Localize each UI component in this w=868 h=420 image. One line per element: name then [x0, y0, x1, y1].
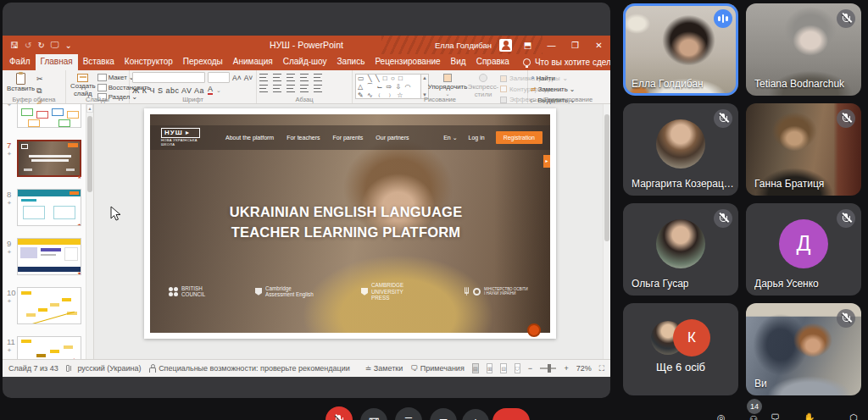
camera-toggle-button[interactable]: ⌧	[360, 408, 387, 420]
indent-decrease-icon[interactable]	[287, 74, 295, 81]
scroll-up-icon[interactable]: ▲	[86, 104, 93, 113]
align-left-icon[interactable]	[259, 85, 268, 92]
quick-styles-button[interactable]: Экспресс-стили	[466, 74, 500, 98]
thumbnail-slide-10[interactable]: 10✦	[3, 287, 93, 329]
participant-tile-tetiana[interactable]: Tetiana Bodnarchuk	[746, 3, 861, 96]
arrange-button[interactable]: Упорядочить⌄	[429, 74, 466, 97]
slide-canvas[interactable]: НУШ ▸ НОВА УКРАЇНСЬКА ШКОЛА About the pl…	[94, 104, 610, 359]
close-button[interactable]: ✕	[591, 41, 607, 50]
participant-tile-darya[interactable]: Д Дарья Усенко	[746, 203, 861, 296]
undo-icon[interactable]: ↺	[25, 41, 31, 50]
align-right-icon[interactable]	[287, 85, 295, 92]
leave-call-button[interactable]	[492, 408, 530, 420]
thumbnail-slide-6[interactable]: 6✦	[3, 104, 93, 133]
comments-button[interactable]: 🗨 Примечания	[410, 364, 464, 373]
people-icon[interactable]: ⚇	[749, 414, 758, 420]
nav-partners[interactable]: Our partners	[376, 135, 409, 141]
tab-slideshow[interactable]: Слайд-шоу	[278, 54, 332, 70]
participant-tile-you[interactable]: Ви	[746, 303, 861, 395]
screen-share-tile[interactable]: 🖫 ↺ ↻ 🖵 ⌄ НУШ - PowerPoint Елла Голдибан…	[3, 3, 610, 398]
find-button[interactable]: ⌕Найти	[531, 74, 576, 82]
zoom-slider[interactable]	[540, 368, 556, 369]
account-avatar[interactable]	[499, 39, 512, 52]
more-options-button[interactable]: ⋮	[462, 409, 489, 420]
shrink-font-icon[interactable]: А˅	[244, 74, 253, 82]
activities-icon[interactable]: ⬡	[849, 412, 858, 420]
tab-animations[interactable]: Анимация	[228, 54, 278, 70]
indent-increase-icon[interactable]	[300, 74, 309, 81]
reading-view-icon[interactable]: ⊟	[500, 363, 506, 373]
mic-toggle-button[interactable]	[326, 406, 353, 420]
tab-review[interactable]: Рецензирование	[370, 54, 445, 70]
tab-design[interactable]: Конструктор	[120, 54, 178, 70]
language-selector[interactable]: En ⌄	[443, 135, 457, 141]
slideshow-view-icon[interactable]: ⛉	[515, 363, 520, 373]
current-slide[interactable]: НУШ ▸ НОВА УКРАЇНСЬКА ШКОЛА About the pl…	[144, 108, 556, 339]
participant-tile-marharyta[interactable]: Маргарита Козерац…	[623, 103, 738, 196]
captions-button[interactable]: ☰	[395, 407, 422, 420]
qat-customize-icon[interactable]: ⌄	[64, 41, 71, 50]
font-color-icon[interactable]: А	[208, 86, 213, 95]
align-center-icon[interactable]	[273, 85, 281, 92]
numbering-icon[interactable]	[273, 74, 281, 81]
tab-insert[interactable]: Вставка	[78, 54, 120, 70]
proofing-icon[interactable]	[66, 365, 70, 372]
zoom-out-icon[interactable]: −	[528, 364, 532, 373]
thumbnail-scrollbar[interactable]: ▲	[86, 104, 93, 359]
restore-button[interactable]: ❐	[567, 41, 583, 50]
tab-file[interactable]: Файл	[4, 54, 36, 70]
font-style-buttons[interactable]: Ж К Ч S abc AV Aa	[132, 86, 204, 95]
thumbnail-slide-8[interactable]: 8✦ ★	[3, 189, 93, 231]
zoom-level[interactable]: 72%	[576, 364, 592, 373]
normal-view-icon[interactable]: ▤	[472, 363, 479, 373]
fit-to-window-icon[interactable]: ⛶	[599, 364, 604, 373]
reactions-icon[interactable]: ◎	[717, 412, 726, 420]
nav-about[interactable]: About the platform	[225, 135, 274, 141]
new-slide-button[interactable]: Создать слайд	[69, 72, 97, 97]
tab-record[interactable]: Запись	[332, 54, 370, 70]
minimize-button[interactable]: —	[543, 41, 559, 50]
nav-teachers[interactable]: For teachers	[287, 135, 320, 141]
thumbnail-slide-11[interactable]: 11✦	[3, 336, 93, 359]
ribbon-display-options-icon[interactable]: ⬒	[520, 41, 536, 50]
tab-view[interactable]: Вид	[446, 54, 471, 70]
shapes-up-icon[interactable]: ▲	[422, 75, 427, 80]
participant-tile-hanna[interactable]: Ганна Братиця	[746, 103, 861, 196]
account-name[interactable]: Елла Голдибан	[435, 41, 492, 50]
participant-tile-olha[interactable]: Ольга Гусар	[623, 203, 738, 296]
notes-button[interactable]: ≐ Заметки	[365, 364, 403, 373]
chat-icon[interactable]: 🗨	[771, 412, 780, 420]
login-link[interactable]: Log in	[469, 135, 485, 141]
grow-font-icon[interactable]: А˄	[232, 74, 242, 82]
participant-tile-ella[interactable]: Елла Голдибан	[623, 3, 738, 96]
language-status[interactable]: русский (Украина)	[77, 364, 141, 373]
cut-icon[interactable]: ✂	[36, 75, 43, 83]
paste-button[interactable]: Вставить	[5, 72, 36, 93]
tell-me-box[interactable]: Что вы хотите сделать?	[523, 54, 610, 70]
registration-button[interactable]: Registration	[496, 131, 542, 144]
copy-icon[interactable]: ⧉	[36, 86, 43, 96]
raise-hand-icon[interactable]: ✋	[804, 412, 815, 420]
save-icon[interactable]: 🖫	[10, 41, 19, 50]
accessibility-status[interactable]: Специальные возможности: проверьте реком…	[159, 364, 350, 373]
line-spacing-icon[interactable]	[314, 74, 322, 81]
redo-icon[interactable]: ↻	[37, 41, 44, 50]
nav-parents[interactable]: For parents	[333, 135, 364, 141]
tab-transitions[interactable]: Переходы	[178, 54, 228, 70]
more-font-icon[interactable]: ⌄	[216, 87, 221, 94]
overflow-tile-more-people[interactable]: К Ще 6 осіб	[623, 303, 738, 395]
present-button[interactable]: ⬒	[430, 408, 457, 420]
font-name-combobox[interactable]	[132, 72, 205, 83]
replace-button[interactable]: ⇄Заменить ⌄	[531, 86, 576, 93]
tab-home[interactable]: Главная	[36, 54, 78, 70]
justify-icon[interactable]	[300, 85, 309, 92]
canvas-scrollbar[interactable]	[603, 104, 610, 359]
slideshow-icon[interactable]: 🖵	[51, 40, 59, 50]
zoom-in-icon[interactable]: +	[564, 364, 568, 373]
thumbnail-slide-7-selected[interactable]: 7✦ ★	[3, 140, 93, 182]
tab-help[interactable]: Справка	[471, 54, 515, 70]
columns-icon[interactable]	[314, 85, 322, 92]
bullets-icon[interactable]	[259, 74, 268, 81]
slide-sorter-icon[interactable]: ⊞	[487, 363, 492, 373]
thumbnail-slide-9[interactable]: 9✦ ★	[3, 238, 93, 280]
